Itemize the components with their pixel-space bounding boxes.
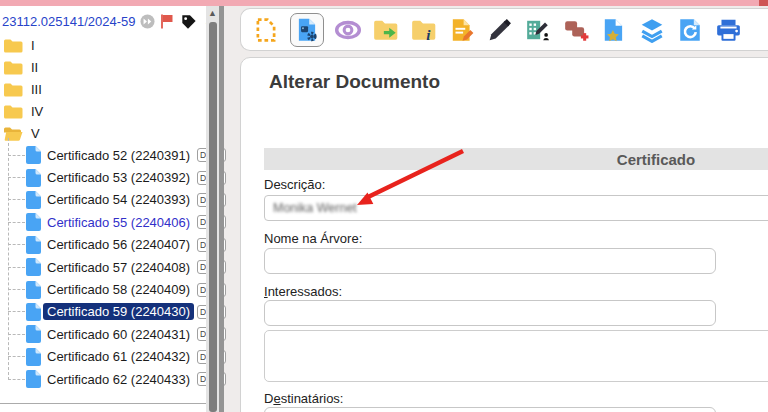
folder-label: I	[31, 38, 35, 53]
document-icon	[26, 258, 41, 276]
panel-splitter[interactable]	[219, 6, 224, 412]
tree-folder-row[interactable]: V	[0, 122, 224, 144]
tree-document-row[interactable]: Certificado 59 (2240430) DePD	[0, 301, 224, 323]
tree-folder-row[interactable]: IV	[0, 100, 224, 122]
tree-connector	[8, 244, 25, 245]
document-icon	[26, 325, 41, 343]
tree-connector	[8, 177, 25, 178]
add-to-block-icon[interactable]	[562, 16, 590, 44]
tree-document-row[interactable]: Certificado 62 (2240433) DePD	[0, 368, 224, 390]
tree-document-row[interactable]: Certificado 56 (2240407) DePD	[0, 234, 224, 256]
process-number-link[interactable]: 23112.025141/2024-59	[2, 14, 136, 29]
tree-document-link[interactable]: Certificado 53 (2240392)	[43, 169, 194, 186]
tree-document-link[interactable]: Certificado 55 (2240406)	[43, 214, 194, 231]
process-tree-panel: 23112.025141/2024-59 I II III	[0, 6, 224, 412]
black-tag-icon[interactable]	[179, 12, 198, 31]
nome-arvore-input[interactable]	[264, 248, 716, 274]
edit-document-properties-icon[interactable]	[290, 13, 324, 47]
document-type-header: Certificado	[264, 148, 768, 170]
tree-document-link[interactable]: Certificado 61 (2240432)	[43, 348, 194, 365]
page-title: Alterar Documento	[269, 71, 440, 93]
tree-connector	[8, 311, 25, 312]
descricao-input[interactable]: Monika Wernet	[264, 195, 768, 221]
tree-scrollbar-thumb[interactable]	[209, 22, 217, 412]
tree-document-link[interactable]: Certificado 56 (2240407)	[43, 236, 194, 253]
tree-connector	[8, 222, 25, 223]
document-list: Certificado 52 (2240391) DePD Certificad…	[0, 144, 224, 390]
document-toolbar: i	[240, 8, 768, 51]
flag-icon[interactable]	[159, 13, 175, 30]
interessados-input[interactable]	[264, 300, 716, 326]
document-icon	[26, 191, 41, 209]
folder-icon	[3, 126, 23, 141]
tree-connector	[8, 289, 25, 290]
fast-forward-icon[interactable]	[140, 14, 155, 29]
destinatarios-label: Destinatários:	[264, 391, 344, 406]
folder-info-icon[interactable]: i	[410, 16, 438, 44]
descricao-label: Descrição:	[264, 177, 325, 192]
document-icon	[26, 213, 41, 231]
tree-document-row[interactable]: Certificado 60 (2240431) DePD	[0, 323, 224, 345]
folder-icon	[3, 60, 23, 75]
tree-document-link[interactable]: Certificado 57 (2240408)	[43, 259, 194, 276]
tree-connector	[8, 356, 25, 357]
tree-document-row[interactable]: Certificado 53 (2240392) DePD	[0, 166, 224, 188]
tree-folder-row[interactable]: I	[0, 34, 224, 56]
tree-connector	[8, 155, 25, 156]
document-history-icon[interactable]	[676, 16, 704, 44]
tree-document-row[interactable]: Certificado 52 (2240391) DePD	[0, 144, 224, 166]
folder-label: V	[31, 126, 40, 141]
edit-content-icon[interactable]	[448, 16, 476, 44]
tree-document-link[interactable]: Certificado 58 (2240409)	[43, 281, 194, 298]
sign-by-unit-icon[interactable]	[524, 16, 552, 44]
destinatarios-input[interactable]	[264, 407, 716, 412]
folder-label: III	[31, 82, 42, 97]
document-icon	[26, 281, 41, 299]
document-icon	[26, 303, 41, 321]
document-icon	[26, 348, 41, 366]
tree-document-link[interactable]: Certificado 54 (2240393)	[43, 191, 194, 208]
tree-document-row[interactable]: Certificado 61 (2240432) DePD	[0, 346, 224, 368]
document-type-label: Certificado	[617, 151, 695, 168]
folder-icon	[3, 82, 23, 97]
scroll-up-arrow[interactable]: ▲	[207, 8, 218, 19]
tree-document-row[interactable]: Certificado 55 (2240406) DePD	[0, 211, 224, 233]
tree-connector	[8, 267, 25, 268]
folder-label: IV	[31, 104, 43, 119]
print-icon[interactable]	[714, 16, 742, 44]
folder-list: I II III IV V	[0, 34, 224, 144]
tree-folder-row[interactable]: II	[0, 56, 224, 78]
accent-bar-red-segment	[759, 0, 768, 6]
view-document-icon[interactable]	[334, 16, 362, 44]
alterar-documento-panel: Alterar Documento Certificado Descrição:…	[240, 57, 768, 412]
tree-connector	[8, 334, 25, 335]
tree-document-row[interactable]: Certificado 54 (2240393) DePD	[0, 189, 224, 211]
tree-document-link[interactable]: Certificado 52 (2240391)	[43, 147, 194, 164]
tree-document-row[interactable]: Certificado 57 (2240408) DePD	[0, 256, 224, 278]
tree-bottom-border	[0, 403, 206, 404]
document-icon	[26, 236, 41, 254]
tree-document-row[interactable]: Certificado 58 (2240409) DePD	[0, 278, 224, 300]
folder-label: II	[31, 60, 38, 75]
nome-arvore-label: Nome na Árvore:	[264, 231, 362, 246]
sign-document-icon[interactable]	[486, 16, 514, 44]
folder-icon	[3, 38, 23, 53]
tree-folder-row[interactable]: III	[0, 78, 224, 100]
tree-connector	[8, 199, 25, 200]
tree-document-link[interactable]: Certificado 60 (2240431)	[43, 326, 194, 343]
folder-icon	[3, 104, 23, 119]
interessados-listbox[interactable]	[264, 330, 768, 382]
favorite-document-icon[interactable]	[600, 16, 628, 44]
document-icon	[26, 169, 41, 187]
tree-document-link[interactable]: Certificado 62 (2240433)	[43, 371, 194, 388]
process-header: 23112.025141/2024-59	[2, 10, 221, 32]
tree-document-link[interactable]: Certificado 59 (2240430)	[43, 303, 194, 320]
tree-connector	[8, 379, 25, 380]
document-icon	[26, 146, 41, 164]
interessados-label: Interessados:	[264, 284, 342, 299]
document-versions-icon[interactable]	[638, 16, 666, 44]
include-document-icon[interactable]	[252, 16, 280, 44]
browser-accent-bar	[0, 0, 768, 6]
descricao-redacted-value: Monika Wernet	[273, 201, 357, 215]
move-document-icon[interactable]	[372, 16, 400, 44]
